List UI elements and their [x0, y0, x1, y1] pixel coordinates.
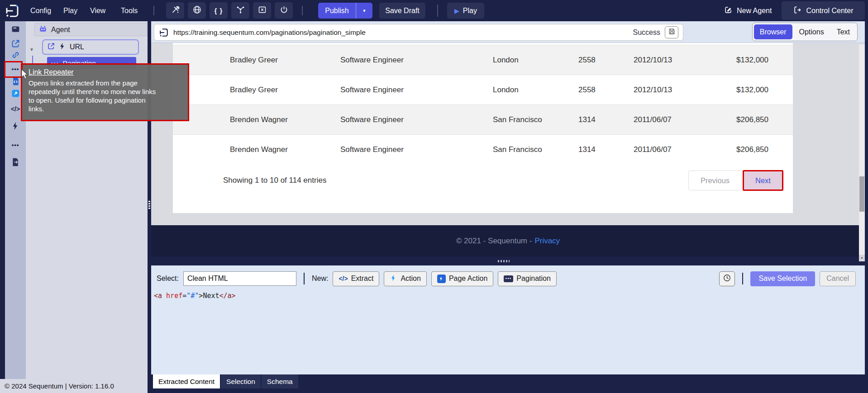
table-row: Bradley Greer Software Engineer London 2… [173, 75, 793, 104]
horizontal-splitter[interactable] [151, 256, 865, 265]
link-tool[interactable] [10, 50, 21, 61]
next-page-button[interactable]: Next [743, 170, 783, 191]
tab-extracted-content[interactable]: Extracted Content [153, 374, 220, 388]
cell-extension: 1314 [578, 115, 634, 124]
new-page-action-button[interactable]: Page Action [431, 271, 493, 286]
selected-html-code: <a href="#">Next</a> [154, 292, 236, 300]
menu-config[interactable]: Config [30, 0, 51, 21]
pagination-dots-icon: ••• [504, 275, 513, 282]
pagination-label: Pagination [516, 275, 551, 283]
braces-icon: { } [215, 7, 223, 14]
tab-schema[interactable]: Schema [262, 374, 298, 388]
export-tool[interactable] [10, 157, 21, 168]
menu-tools[interactable]: Tools [121, 0, 138, 21]
toolbar-separator [437, 5, 438, 17]
cell-salary: $132,000 [715, 56, 768, 65]
play-agent-button[interactable]: ▶ Play [447, 3, 484, 19]
scrollbar-thumb[interactable] [859, 176, 864, 212]
navigate-tool[interactable] [10, 89, 21, 99]
cell-name: Brenden Wagner [230, 145, 340, 154]
globe-icon [192, 5, 202, 16]
toolbar-separator [742, 273, 743, 284]
showing-entries-text: Showing 1 to 10 of 114 entries [223, 176, 326, 185]
save-selection-button[interactable]: Save Selection [750, 271, 815, 286]
tooltip-body: Opens links extracted from the page repe… [29, 79, 162, 114]
script-editor-button[interactable]: { } [210, 2, 228, 19]
control-center-label: Control Center [806, 7, 853, 15]
collapse-caret-icon[interactable]: ▼ [29, 47, 34, 52]
new-agent-button[interactable]: New Agent [724, 0, 772, 21]
code-tag-icon: </> [339, 275, 348, 282]
version-text: © 2024 Sequentum | Version: 1.16.0 [5, 382, 114, 390]
debug-tools-button[interactable] [166, 2, 184, 19]
previous-page-button[interactable]: Previous [688, 170, 742, 190]
agent-root-node[interactable]: Agent [34, 23, 147, 36]
privacy-link[interactable]: Privacy [534, 237, 560, 246]
url-tree-node[interactable]: URL [42, 39, 139, 55]
save-draft-button[interactable]: Save Draft [379, 3, 425, 19]
url-node-label: URL [70, 43, 84, 51]
cell-start-date: 2012/10/13 [634, 56, 715, 65]
robot-icon [38, 24, 48, 35]
lightning-bolt-icon [58, 42, 67, 52]
power-button[interactable] [275, 2, 293, 19]
power-icon [279, 5, 289, 16]
more-tools[interactable]: ••• [10, 139, 21, 150]
close-windows-button[interactable] [253, 2, 271, 19]
code-text: Next [203, 292, 219, 300]
browser-window-tool[interactable] [10, 24, 21, 34]
external-link-icon [11, 39, 20, 50]
extract-document-tool[interactable] [10, 76, 21, 87]
menu-play[interactable]: Play [63, 0, 77, 21]
arrow-square-icon [11, 89, 20, 100]
new-agent-label: New Agent [737, 7, 772, 15]
tab-options[interactable]: Options [793, 24, 830, 39]
extract-label: Extract [351, 275, 374, 283]
control-center-button[interactable]: Control Center [782, 1, 865, 20]
history-button[interactable] [719, 271, 735, 286]
action-label: Action [401, 275, 420, 283]
page-action-icon [437, 275, 446, 283]
agent-graph-button[interactable] [231, 2, 249, 19]
tab-selection[interactable]: Selection [221, 374, 261, 388]
toolbar-separator [304, 273, 305, 284]
toolbar-separator [302, 6, 303, 15]
browser-settings-button[interactable] [188, 2, 206, 19]
browser-chrome-bar: https://training.sequentum.com/paginatio… [151, 21, 865, 43]
cell-start-date: 2012/10/13 [634, 85, 715, 95]
code-tool[interactable]: </> [10, 104, 21, 114]
tab-text[interactable]: Text [831, 24, 856, 39]
scrollbar-down-arrow[interactable]: ▼ [859, 255, 865, 261]
new-extract-button[interactable]: </> Extract [333, 271, 379, 286]
publish-button[interactable]: Publish ▼ [318, 3, 372, 19]
web-viewport: Bradley Greer Software Engineer London 2… [151, 43, 865, 225]
cancel-button[interactable]: Cancel [820, 271, 856, 286]
tab-browser[interactable]: Browser [754, 24, 792, 39]
action-tool[interactable] [10, 121, 21, 132]
address-bar[interactable]: https://training.sequentum.com/paginatio… [154, 24, 683, 41]
menu-view[interactable]: View [90, 0, 105, 21]
wrench-screwdriver-icon [171, 5, 180, 16]
open-url-tool[interactable] [10, 39, 21, 50]
play-label: Play [463, 7, 477, 15]
cell-start-date: 2011/06/07 [634, 145, 715, 154]
splitter-grip[interactable] [148, 201, 150, 209]
web-page: Bradley Greer Software Engineer London 2… [173, 43, 793, 213]
publish-dropdown-button[interactable]: ▼ [356, 3, 372, 19]
view-mode-tabs: Browser Options Text [752, 23, 858, 41]
new-pagination-button[interactable]: ••• Pagination [498, 271, 557, 286]
publish-label[interactable]: Publish [318, 3, 356, 19]
select-method-input[interactable]: Clean HTML [183, 271, 296, 286]
save-page-button[interactable] [665, 26, 678, 38]
cell-position: Software Engineer [340, 56, 493, 65]
document-export-icon [11, 157, 20, 169]
browser-scrollbar[interactable]: ▼ [859, 44, 865, 261]
new-action-button[interactable]: Action [384, 271, 426, 286]
cell-position: Software Engineer [340, 115, 493, 124]
code-tag-open: <a [154, 292, 162, 300]
splitter-grip[interactable] [498, 260, 510, 262]
ellipsis-icon: ••• [12, 142, 19, 148]
pencil-square-icon [724, 5, 733, 16]
url-input[interactable]: https://training.sequentum.com/paginatio… [173, 28, 629, 37]
bottom-tab-bar: Extracted Content Selection Schema [151, 374, 865, 393]
